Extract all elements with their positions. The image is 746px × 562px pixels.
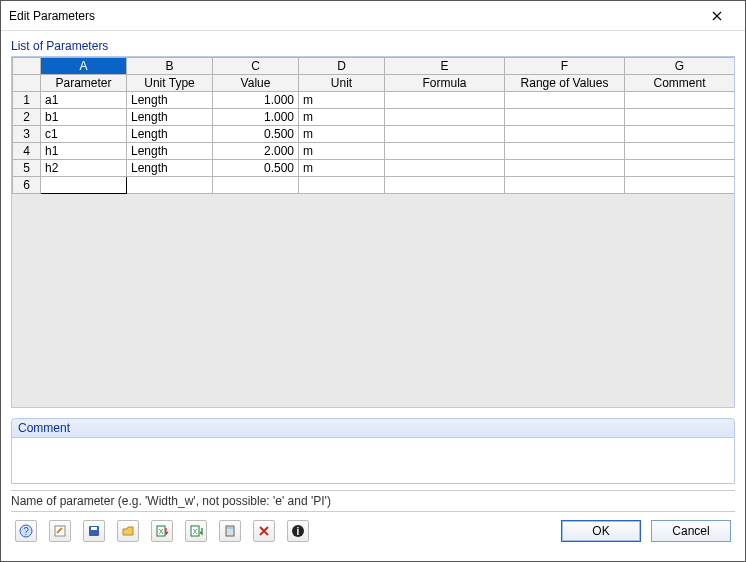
toolbar: ? X X i — [15, 520, 309, 542]
cell[interactable] — [299, 177, 385, 194]
table-row[interactable]: 2b1Length1.000m — [13, 109, 735, 126]
cell-comment[interactable] — [625, 143, 735, 160]
cell-parameter[interactable]: h2 — [41, 160, 127, 177]
cell-parameter[interactable]: a1 — [41, 92, 127, 109]
col-letter-d[interactable]: D — [299, 58, 385, 75]
parameters-grid[interactable]: A B C D E F G Parameter Unit Type Value … — [11, 56, 735, 408]
delete-button[interactable] — [253, 520, 275, 542]
edit-icon — [53, 524, 67, 538]
cell-value[interactable]: 2.000 — [213, 143, 299, 160]
svg-rect-4 — [91, 527, 97, 530]
table-row[interactable]: 1a1Length1.000m — [13, 92, 735, 109]
cell-formula[interactable] — [385, 126, 505, 143]
svg-text:X: X — [159, 528, 164, 535]
cell-unit-type[interactable]: Length — [127, 160, 213, 177]
cell-value[interactable]: 1.000 — [213, 109, 299, 126]
table-row[interactable]: 5h2Length0.500m — [13, 160, 735, 177]
cell-parameter[interactable]: h1 — [41, 143, 127, 160]
close-button[interactable] — [697, 2, 737, 30]
cell-comment[interactable] — [625, 92, 735, 109]
row-header[interactable]: 4 — [13, 143, 41, 160]
cell-unit-type[interactable]: Length — [127, 109, 213, 126]
cell-formula[interactable] — [385, 92, 505, 109]
info-button[interactable]: i — [287, 520, 309, 542]
comment-textarea[interactable] — [11, 438, 735, 484]
edit-button[interactable] — [49, 520, 71, 542]
row-header[interactable]: 2 — [13, 109, 41, 126]
cell[interactable] — [625, 177, 735, 194]
calculator-button[interactable] — [219, 520, 241, 542]
help-button[interactable]: ? — [15, 520, 37, 542]
col-letter-b[interactable]: B — [127, 58, 213, 75]
cell-formula[interactable] — [385, 143, 505, 160]
open-icon — [121, 524, 135, 538]
cell-range[interactable] — [505, 126, 625, 143]
col-letter-a[interactable]: A — [41, 58, 127, 75]
column-letter-row: A B C D E F G — [13, 58, 735, 75]
excel-export-button[interactable]: X — [185, 520, 207, 542]
table-row-editing[interactable]: 6 — [13, 177, 735, 194]
row-header[interactable]: 1 — [13, 92, 41, 109]
col-range[interactable]: Range of Values — [505, 75, 625, 92]
cell-unit[interactable]: m — [299, 160, 385, 177]
save-button[interactable] — [83, 520, 105, 542]
cell-formula[interactable] — [385, 160, 505, 177]
list-of-parameters-label: List of Parameters — [11, 37, 735, 56]
cell-parameter[interactable]: b1 — [41, 109, 127, 126]
cell-range[interactable] — [505, 160, 625, 177]
window-title: Edit Parameters — [9, 9, 95, 23]
cell[interactable] — [385, 177, 505, 194]
cell-comment[interactable] — [625, 126, 735, 143]
col-formula[interactable]: Formula — [385, 75, 505, 92]
col-value[interactable]: Value — [213, 75, 299, 92]
col-letter-f[interactable]: F — [505, 58, 625, 75]
row-header[interactable]: 5 — [13, 160, 41, 177]
cell[interactable] — [127, 177, 213, 194]
cell-unit[interactable]: m — [299, 92, 385, 109]
svg-text:X: X — [193, 528, 198, 535]
cell[interactable] — [505, 177, 625, 194]
help-icon: ? — [19, 524, 33, 538]
excel-import-button[interactable]: X — [151, 520, 173, 542]
open-button[interactable] — [117, 520, 139, 542]
cell-range[interactable] — [505, 143, 625, 160]
close-icon — [712, 11, 722, 21]
cell-comment[interactable] — [625, 109, 735, 126]
col-comment[interactable]: Comment — [625, 75, 735, 92]
cell-range[interactable] — [505, 92, 625, 109]
hint-text: Name of parameter (e.g. 'Width_w', not p… — [11, 490, 735, 512]
cell-parameter-editing[interactable] — [41, 177, 127, 194]
col-parameter[interactable]: Parameter — [41, 75, 127, 92]
cell-parameter[interactable]: c1 — [41, 126, 127, 143]
cell-unit[interactable]: m — [299, 109, 385, 126]
cell-unit-type[interactable]: Length — [127, 126, 213, 143]
cell-unit[interactable]: m — [299, 126, 385, 143]
cell-range[interactable] — [505, 109, 625, 126]
cell-value[interactable]: 0.500 — [213, 160, 299, 177]
cancel-button[interactable]: Cancel — [651, 520, 731, 542]
cell-comment[interactable] — [625, 160, 735, 177]
cell-unit-type[interactable]: Length — [127, 143, 213, 160]
cell-unit[interactable]: m — [299, 143, 385, 160]
table-row[interactable]: 4h1Length2.000m — [13, 143, 735, 160]
cell-formula[interactable] — [385, 109, 505, 126]
ok-button[interactable]: OK — [561, 520, 641, 542]
row-header[interactable]: 3 — [13, 126, 41, 143]
row-header[interactable]: 6 — [13, 177, 41, 194]
edit-parameters-dialog: Edit Parameters List of Parameters A B C… — [0, 0, 746, 562]
cell-unit-type[interactable]: Length — [127, 92, 213, 109]
cell[interactable] — [213, 177, 299, 194]
comment-label: Comment — [11, 418, 735, 438]
calculator-icon — [223, 524, 237, 538]
cell-value[interactable]: 0.500 — [213, 126, 299, 143]
col-unit[interactable]: Unit — [299, 75, 385, 92]
info-icon: i — [291, 524, 305, 538]
grid-corner[interactable] — [13, 58, 41, 75]
table-row[interactable]: 3c1Length0.500m — [13, 126, 735, 143]
col-letter-e[interactable]: E — [385, 58, 505, 75]
titlebar: Edit Parameters — [1, 1, 745, 31]
col-letter-c[interactable]: C — [213, 58, 299, 75]
cell-value[interactable]: 1.000 — [213, 92, 299, 109]
col-letter-g[interactable]: G — [625, 58, 735, 75]
col-unit-type[interactable]: Unit Type — [127, 75, 213, 92]
